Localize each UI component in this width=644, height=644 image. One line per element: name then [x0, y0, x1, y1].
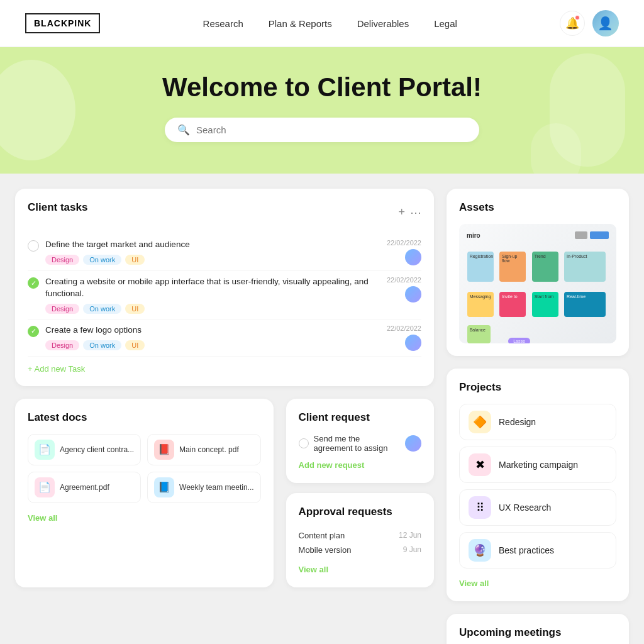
task-date: 22/02/2022: [387, 276, 421, 284]
miro-node: In-Product: [564, 252, 606, 282]
tag-onwork[interactable]: On work: [83, 255, 121, 265]
search-bar: 🔍: [165, 118, 479, 142]
latest-docs-title: Latest docs: [28, 411, 261, 424]
docs-view-all[interactable]: View all: [28, 513, 57, 523]
list-item: Content plan 12 Jun: [299, 528, 421, 543]
miro-node: Invite to: [499, 292, 526, 317]
approval-requests-card: Approval requests Content plan 12 Jun Mo…: [286, 493, 434, 587]
tag-design[interactable]: Design: [45, 304, 79, 314]
list-item: Mobile version 9 Jun: [299, 543, 421, 557]
search-input[interactable]: [196, 125, 467, 135]
avatar[interactable]: 👤: [592, 10, 619, 36]
more-options-icon[interactable]: ⋯: [410, 206, 421, 219]
doc-name: Weekly team meetin...: [179, 483, 254, 492]
miro-share-btn: [590, 231, 609, 239]
tag-ui[interactable]: UI: [125, 340, 145, 350]
list-item[interactable]: 🔶 Redesign: [459, 404, 616, 440]
projects-title: Projects: [459, 381, 616, 394]
miro-header: miro: [464, 229, 611, 242]
logo[interactable]: BLACKPINK: [25, 13, 100, 33]
miro-node: Start from: [532, 292, 558, 317]
task-avatar: [405, 335, 421, 351]
notification-badge: [575, 15, 580, 20]
miro-canvas: Registration Sign-up flow Trend In-Produ…: [464, 247, 611, 343]
right-column: Assets miro Registration Sign-up flow: [447, 189, 629, 644]
header-actions: 🔔 👤: [560, 10, 619, 36]
left-column: Client tasks + ⋯ Define the target marke…: [15, 189, 434, 644]
tag-design[interactable]: Design: [45, 255, 79, 265]
list-item[interactable]: 📄 Agreement.pdf: [28, 472, 141, 503]
meetings-title: Upcoming meetings: [459, 626, 616, 639]
miro-node: Real-time: [564, 292, 606, 317]
task-text: Create a few logo options: [45, 325, 145, 336]
tag-ui[interactable]: UI: [125, 255, 145, 265]
tag-ui[interactable]: UI: [125, 304, 145, 314]
task-checkbox-checked[interactable]: ✓: [28, 277, 39, 289]
client-tasks-card: Client tasks + ⋯ Define the target marke…: [15, 189, 434, 386]
request-checkbox[interactable]: [299, 438, 309, 448]
approval-date: 9 Jun: [403, 545, 421, 554]
request-text: Send me the agreement to assign: [314, 434, 400, 453]
approval-date: 12 Jun: [399, 531, 421, 540]
task-right: 22/02/2022: [387, 239, 421, 265]
tasks-actions: + ⋯: [398, 206, 421, 219]
task-right: 22/02/2022: [387, 276, 421, 303]
project-icon: ⠿: [469, 496, 491, 519]
assets-title: Assets: [459, 201, 616, 214]
task-tags: Design On work UI: [45, 304, 387, 314]
request-avatar: [405, 435, 421, 452]
task-avatar: [405, 286, 421, 303]
project-name: UX Research: [499, 502, 551, 513]
list-item[interactable]: 📘 Weekly team meetin...: [147, 472, 261, 503]
nav-research[interactable]: Research: [203, 18, 243, 29]
task-left: ✓ Creating a website or mobile app inter…: [28, 276, 387, 314]
list-item[interactable]: ✖ Marketing campaign: [459, 447, 616, 483]
hero-title: Welcome to Client Portal!: [162, 72, 482, 103]
miro-controls: [575, 231, 609, 239]
task-date: 22/02/2022: [387, 325, 421, 332]
client-request-title: Client request: [299, 411, 421, 424]
hero-decoration-left: [0, 60, 75, 160]
project-list: 🔶 Redesign ✖ Marketing campaign ⠿ UX Res…: [459, 404, 616, 569]
approval-view-all[interactable]: View all: [299, 565, 328, 574]
tag-onwork[interactable]: On work: [83, 340, 121, 350]
project-icon: 🔮: [469, 539, 491, 562]
doc-name: Agreement.pdf: [60, 483, 109, 492]
tasks-header: Client tasks + ⋯: [28, 201, 421, 224]
tag-design[interactable]: Design: [45, 340, 79, 350]
miro-node: Sign-up flow: [499, 252, 526, 282]
docs-grid: 📄 Agency client contra... 📕 Main concept…: [28, 434, 261, 503]
assets-preview[interactable]: miro Registration Sign-up flow Trend In-…: [459, 224, 616, 343]
task-checkbox[interactable]: [28, 240, 39, 252]
approval-name: Mobile version: [299, 545, 352, 555]
project-name: Best practices: [499, 545, 554, 555]
doc-icon: 📄: [35, 440, 55, 460]
nav-plan-reports[interactable]: Plan & Reports: [269, 18, 332, 29]
add-task-button[interactable]: + Add new Task: [28, 364, 421, 374]
task-text: Creating a website or mobile app interfa…: [45, 276, 387, 300]
tasks-title: Client tasks: [28, 201, 87, 214]
approval-title: Approval requests: [299, 506, 421, 518]
miro-label: Lasse: [508, 338, 530, 343]
miro-node: Registration: [467, 252, 494, 282]
task-tags: Design On work UI: [45, 340, 145, 350]
nav-deliverables[interactable]: Deliverables: [357, 18, 409, 29]
list-item[interactable]: 📄 Agency client contra...: [28, 434, 141, 465]
add-task-icon[interactable]: +: [398, 206, 405, 219]
list-item[interactable]: 🔮 Best practices: [459, 532, 616, 569]
task-text: Define the target market and audience: [45, 239, 190, 251]
main-nav: Research Plan & Reports Deliverables Leg…: [203, 18, 457, 29]
notification-button[interactable]: 🔔: [560, 11, 585, 36]
table-row: ✓ Creating a website or mobile app inter…: [28, 271, 421, 319]
task-checkbox-checked[interactable]: ✓: [28, 326, 39, 337]
latest-docs-card: Latest docs 📄 Agency client contra... 📕 …: [15, 399, 274, 587]
tag-onwork[interactable]: On work: [83, 304, 121, 314]
task-left: Define the target market and audience De…: [28, 239, 190, 265]
list-item[interactable]: ⠿ UX Research: [459, 489, 616, 526]
add-request-button[interactable]: Add new request: [299, 460, 365, 470]
list-item[interactable]: 📕 Main concept. pdf: [147, 434, 261, 465]
miro-node: Trend: [532, 252, 558, 282]
projects-view-all[interactable]: View all: [459, 579, 489, 588]
table-row: Define the target market and audience De…: [28, 234, 421, 271]
nav-legal[interactable]: Legal: [434, 18, 457, 29]
